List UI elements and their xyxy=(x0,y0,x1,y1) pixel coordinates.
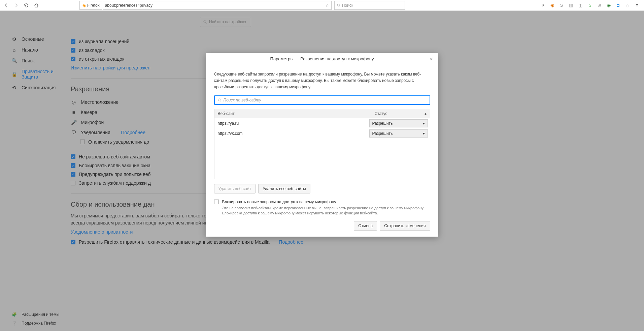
remove-site-button: Удалить веб-сайт xyxy=(214,184,256,193)
ext-icon-6[interactable]: ◉ xyxy=(604,1,613,10)
ext-icon-7[interactable]: ◘ xyxy=(614,1,622,10)
table-row[interactable]: https://ya.ru Разрешить▾ xyxy=(214,118,430,128)
url-bar[interactable]: about:preferences#privacy ☆ xyxy=(103,1,332,10)
save-button[interactable]: Сохранить изменения xyxy=(380,221,430,231)
ext-icon-8[interactable]: ◇ xyxy=(623,1,632,10)
dialog-title: Параметры — Разрешения на доступ к микро… xyxy=(270,56,374,61)
status-select[interactable]: Разрешить▾ xyxy=(369,129,428,138)
sites-table: Веб-сайт Статус▴ https://ya.ru Разрешить… xyxy=(214,109,430,179)
identity-label: Firefox xyxy=(87,3,100,8)
th-site[interactable]: Веб-сайт xyxy=(214,109,371,118)
table-row[interactable]: https://vk.com Разрешить▾ xyxy=(214,128,430,139)
identity-box[interactable]: ◉ Firefox xyxy=(79,1,102,10)
browser-toolbar: ◉ Firefox about:preferences#privacy ☆ По… xyxy=(0,0,644,11)
ext-icon-4[interactable]: ⌂ xyxy=(585,1,594,10)
ext-icon-1[interactable]: ◉ xyxy=(548,1,556,10)
back-button[interactable] xyxy=(1,1,11,10)
dialog-close-button[interactable]: ✕ xyxy=(428,55,436,63)
cancel-button[interactable]: Отмена xyxy=(354,221,377,231)
search-icon xyxy=(337,3,341,7)
chevron-down-icon: ▾ xyxy=(423,121,425,126)
site-url: https://vk.com xyxy=(216,131,369,136)
dialog-description: Следующие веб-сайты запросили разрешение… xyxy=(214,71,430,91)
library-icon[interactable]: ⦀\ xyxy=(538,1,547,10)
bookmark-star-icon[interactable]: ☆ xyxy=(326,3,329,8)
reload-button[interactable] xyxy=(22,1,31,10)
ext-icon-2[interactable]: S xyxy=(557,1,566,10)
home-button[interactable] xyxy=(32,1,41,10)
firefox-icon: ◉ xyxy=(82,3,86,8)
search-icon xyxy=(217,98,222,102)
search-placeholder: Поиск xyxy=(342,3,353,8)
site-url: https://ya.ru xyxy=(216,121,369,126)
ext-icon-5[interactable]: ⛨ xyxy=(595,1,604,10)
svg-point-2 xyxy=(218,98,220,101)
chevron-down-icon: ▾ xyxy=(423,131,425,136)
sort-asc-icon: ▴ xyxy=(425,111,427,116)
forward-button[interactable] xyxy=(11,1,21,10)
block-new-label: Блокировать новые запросы на доступ к ва… xyxy=(222,200,430,204)
url-text: about:preferences#privacy xyxy=(105,3,326,8)
block-new-checkbox[interactable] xyxy=(214,200,219,204)
block-new-desc: Это не позволит веб-сайтам, кроме перечи… xyxy=(222,206,430,216)
dialog-search-placeholder: Поиск по веб-сайту xyxy=(224,98,261,102)
status-select[interactable]: Разрешить▾ xyxy=(369,119,428,127)
sidebar-icon[interactable]: ◫ xyxy=(576,1,585,10)
th-status[interactable]: Статус▴ xyxy=(371,109,430,118)
remove-all-button[interactable]: Удалить все веб-сайты xyxy=(258,184,310,193)
menu-button[interactable]: ≡ xyxy=(633,1,641,10)
modal-overlay: Параметры — Разрешения на доступ к микро… xyxy=(0,11,644,331)
ext-icon-3[interactable]: ▥ xyxy=(567,1,575,10)
svg-point-0 xyxy=(337,4,340,6)
search-bar[interactable]: Поиск xyxy=(334,1,405,10)
mic-permissions-dialog: Параметры — Разрешения на доступ к микро… xyxy=(206,53,438,237)
dialog-titlebar: Параметры — Разрешения на доступ к микро… xyxy=(206,53,438,65)
dialog-search-input[interactable]: Поиск по веб-сайту xyxy=(214,95,430,105)
